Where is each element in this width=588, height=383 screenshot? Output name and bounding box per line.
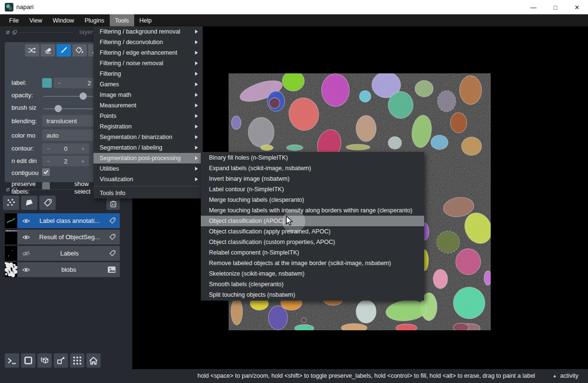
label-blob xyxy=(356,300,376,323)
tools-menu-item[interactable]: Image math xyxy=(93,90,203,100)
contour-spinbox[interactable]: − 0 + xyxy=(42,143,89,154)
tools-menu-item[interactable]: Games xyxy=(93,79,203,90)
submenu-arrow-icon xyxy=(195,82,198,86)
transpose-dimensions-button[interactable] xyxy=(54,353,68,368)
submenu-arrow-icon xyxy=(195,93,198,97)
opacity-slider-handle[interactable] xyxy=(80,93,87,100)
tools-menu-item[interactable]: Measurement xyxy=(93,100,203,111)
tools-menu-item[interactable]: Visualization xyxy=(93,174,203,185)
preserve-labels-checkbox[interactable] xyxy=(42,182,50,190)
visibility-eye-icon[interactable] xyxy=(22,234,30,241)
tools-menu-item-label: Games xyxy=(100,81,195,88)
layer-row[interactable]: Label class annotati... xyxy=(5,213,120,228)
maximize-button[interactable]: □ xyxy=(544,0,566,14)
layer-row[interactable]: Result of ObjectSeg... xyxy=(5,230,120,244)
show-selected-label-1: show xyxy=(74,180,89,187)
grid-view-button[interactable] xyxy=(70,353,84,368)
menubar-item-tools[interactable]: Tools xyxy=(110,14,134,26)
roll-dimensions-button[interactable] xyxy=(37,353,52,368)
submenu-item-label: Smooth labels (clesperanto) xyxy=(209,281,419,288)
menubar-item-window[interactable]: Window xyxy=(47,14,79,26)
submenu-item[interactable]: Relabel component (n-SimpleITK) xyxy=(201,247,424,258)
menubar-item-help[interactable]: Help xyxy=(134,14,157,26)
submenu-item[interactable]: Merge touching labels with intensity alo… xyxy=(201,205,424,216)
menubar-item-plugins[interactable]: Plugins xyxy=(80,14,110,26)
tools-menu-item[interactable]: Segmentation / binarization xyxy=(93,132,203,142)
label-color-swatch[interactable] xyxy=(42,78,52,88)
new-shapes-layer-icon xyxy=(24,198,34,207)
label-blob xyxy=(388,92,413,118)
activity-toggle[interactable]: ▲ activity xyxy=(553,372,578,379)
menubar-item-view[interactable]: View xyxy=(24,14,47,26)
contour-plus-button[interactable]: + xyxy=(77,145,89,152)
contour-minus-button[interactable]: − xyxy=(42,145,55,152)
submenu-item[interactable]: Expand labels (scikit-image, nsbatwm) xyxy=(201,163,424,174)
hide-panel-icon[interactable] xyxy=(6,187,10,192)
label-blob xyxy=(282,73,304,91)
submenu-item[interactable]: Skeletonize (scikit-image, nsbatwm) xyxy=(201,268,424,279)
layer-row[interactable]: blobs xyxy=(5,262,120,277)
tools-menu-item[interactable]: Utilities xyxy=(93,163,203,174)
new-shapes-layer-button[interactable] xyxy=(21,196,37,210)
tools-menu-item-tools-info[interactable]: Tools Info xyxy=(93,188,203,198)
erase-tool-button[interactable] xyxy=(41,44,55,57)
n-edit-dim-minus-button[interactable]: − xyxy=(42,158,55,165)
contiguous-row-label: contiguou xyxy=(12,169,41,176)
tools-menu-item[interactable]: Filtering xyxy=(93,69,203,79)
n-edit-dim-plus-button[interactable]: + xyxy=(77,158,89,165)
shuffle-colors-tool-button[interactable] xyxy=(25,44,39,57)
submenu-item[interactable]: Object classification (APOC) xyxy=(201,216,424,226)
submenu-item[interactable]: Binary fill holes (n-SimpleITK) xyxy=(201,152,424,163)
toggle-2d-3d-button[interactable] xyxy=(21,353,35,368)
tools-menu-item[interactable]: Points xyxy=(93,111,203,121)
home-button[interactable] xyxy=(86,353,101,368)
brush-size-slider[interactable] xyxy=(43,108,97,109)
submenu-arrow-icon xyxy=(195,72,198,76)
new-labels-layer-button[interactable] xyxy=(39,196,56,210)
visibility-eye-icon[interactable] xyxy=(22,267,30,273)
submenu-item[interactable]: Remove labeled objects at the image bord… xyxy=(201,258,424,268)
float-panel-icon[interactable] xyxy=(12,187,17,192)
minimize-button[interactable]: — xyxy=(522,0,544,14)
hide-panel-icon[interactable] xyxy=(6,30,10,35)
submenu-item[interactable]: Smooth labels (clesperanto) xyxy=(201,279,424,290)
labels-layer-tag-icon xyxy=(109,217,116,224)
submenu-item[interactable]: Object classification (custom properties… xyxy=(201,237,424,247)
label-spinbox[interactable]: − 2 xyxy=(54,78,96,88)
submenu-item[interactable]: Object classification (apply pretrained,… xyxy=(201,226,424,237)
submenu-item[interactable]: Split touching objects (nsbatwm) xyxy=(201,290,424,300)
tools-menu-item[interactable]: Segmentation / labeling xyxy=(93,142,203,153)
blending-dropdown[interactable]: translucent xyxy=(42,115,97,127)
opacity-slider[interactable] xyxy=(43,96,97,97)
brush-size-slider-handle[interactable] xyxy=(55,105,62,112)
tools-menu-item[interactable]: Segmentation post-processing xyxy=(93,153,203,163)
submenu-item[interactable]: Merge touching labels (clesperanto) xyxy=(201,195,424,205)
label-spin-minus[interactable]: − xyxy=(54,80,61,87)
visibility-eye-off-icon[interactable] xyxy=(22,250,30,257)
color-mode-dropdown[interactable]: auto xyxy=(42,129,97,141)
console-button[interactable] xyxy=(5,353,19,368)
new-points-layer-button[interactable] xyxy=(3,196,19,210)
tools-menu-item[interactable]: Filtering / edge enhancement xyxy=(93,47,203,58)
fill-tool-button[interactable] xyxy=(72,44,87,57)
mouse-cursor xyxy=(286,216,294,228)
n-edit-dim-spinbox[interactable]: − 2 + xyxy=(42,156,89,166)
tools-menu-item[interactable]: Registration xyxy=(93,121,203,132)
layer-name: Result of ObjectSeg... xyxy=(30,233,109,241)
submenu-item[interactable]: Invert binary image (nsbatwm) xyxy=(201,174,424,184)
submenu-item-label: Binary fill holes (n-SimpleITK) xyxy=(209,154,419,161)
menubar-item-file[interactable]: File xyxy=(4,14,24,26)
submenu-item[interactable]: Label contour (n-SimpleITK) xyxy=(201,184,424,195)
layer-row[interactable]: Labels xyxy=(5,246,120,261)
tools-menu-item-label: Tools Info xyxy=(100,190,198,197)
visibility-eye-icon[interactable] xyxy=(22,218,30,224)
close-button[interactable]: ✕ xyxy=(566,0,588,14)
tools-menu-item[interactable]: Filtering / noise removal xyxy=(93,58,203,69)
tools-menu-item[interactable]: Filtering / background removal xyxy=(93,26,203,37)
label-blob xyxy=(359,91,371,102)
paint-tool-button[interactable] xyxy=(57,44,71,57)
delete-layer-button[interactable] xyxy=(106,197,120,210)
float-panel-icon[interactable] xyxy=(12,30,17,35)
tools-menu-item[interactable]: Filtering / deconvolution xyxy=(93,37,203,47)
contiguous-checkbox[interactable] xyxy=(42,168,50,176)
